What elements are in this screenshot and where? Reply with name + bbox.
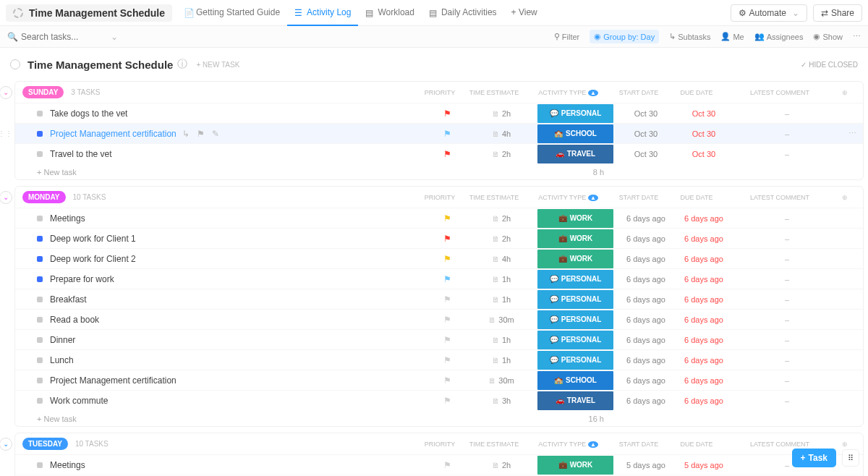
group-by-button[interactable]: ◉ Group by: Day [590,30,659,43]
priority-cell[interactable]: ⚑ [425,109,469,119]
status-square[interactable] [37,256,43,262]
collapse-toggle[interactable]: ⌄ [0,86,12,99]
time-estimate-cell[interactable]: 🗎1h [469,356,534,365]
col-activity-type[interactable]: ACTIVITY TYPE ▲ [527,441,610,448]
latest-comment-cell[interactable]: – [733,234,841,243]
time-estimate-cell[interactable]: 🗎2h [469,461,534,469]
table-row[interactable]: ⋮⋮ Project Management certification ↳⚑✎ … [15,123,863,143]
latest-comment-cell[interactable]: – [733,295,841,304]
priority-cell[interactable]: ⚑ [425,234,469,244]
tab-activity-log[interactable]: ☰Activity Log [287,0,358,26]
task-name[interactable]: Deep work for Client 1 [50,234,425,244]
status-square[interactable] [37,462,43,468]
time-estimate-cell[interactable]: 🗎1h [469,336,534,344]
due-date-cell[interactable]: 6 days ago [675,214,733,223]
start-date-cell[interactable]: 6 days ago [617,295,675,304]
col-due-date[interactable]: DUE DATE [668,194,726,201]
status-square[interactable] [37,317,43,323]
activity-type-cell[interactable]: 💼WORK [534,250,617,268]
col-priority[interactable]: PRIORITY [418,89,461,96]
latest-comment-cell[interactable]: – [733,376,841,385]
task-name[interactable]: Meetings [50,213,425,224]
me-button[interactable]: 👤 Me [720,32,744,41]
col-priority[interactable]: PRIORITY [418,194,461,201]
due-date-cell[interactable]: 6 days ago [675,376,733,385]
activity-type-cell[interactable]: 💬PERSONAL [534,310,617,329]
activity-type-cell[interactable]: 🚗TRAVEL [534,391,617,410]
priority-cell[interactable]: ⚑ [425,335,469,345]
table-row[interactable]: Project Management certification ⚑ 🗎30m … [15,370,863,390]
col-latest-comment[interactable]: LATEST COMMENT [726,89,834,96]
time-estimate-cell[interactable]: 🗎2h [469,109,534,118]
edit-icon[interactable]: ✎ [212,129,219,139]
search-input[interactable] [21,32,108,42]
table-row[interactable]: Lunch ⚑ 🗎1h 💬PERSONAL 6 days ago 6 days … [15,349,863,370]
table-row[interactable]: Travel to the vet ⚑ 🗎2h 🚗TRAVEL Oct 30 O… [15,143,863,163]
task-name[interactable]: Work commute [50,396,425,406]
table-row[interactable]: Work commute ⚑ 🗎3h 🚗TRAVEL 6 days ago 6 … [15,390,863,410]
row-more-button[interactable]: ⋯ [841,129,863,138]
subtask-icon[interactable]: ↳ [182,129,190,139]
start-date-cell[interactable]: 6 days ago [617,255,675,263]
due-date-cell[interactable]: 6 days ago [675,255,733,263]
start-date-cell[interactable]: 6 days ago [617,396,675,405]
time-estimate-cell[interactable]: 🗎2h [469,234,534,243]
col-start-date[interactable]: START DATE [610,89,668,96]
task-name[interactable]: Travel to the vet [50,149,425,159]
start-date-cell[interactable]: 6 days ago [617,275,675,284]
table-row[interactable]: Meetings ⚑ 🗎2h 💼WORK 5 days ago 5 days a… [15,454,863,475]
drag-handle-icon[interactable]: ⋮⋮ [0,129,12,137]
due-date-cell[interactable]: 6 days ago [675,336,733,344]
status-square[interactable] [37,276,43,282]
table-row[interactable]: Take dogs to the vet ⚑ 🗎2h 💬PERSONAL Oct… [15,103,863,123]
new-task-header-button[interactable]: + NEW TASK [196,61,239,69]
due-date-cell[interactable]: 6 days ago [675,356,733,365]
table-row[interactable]: Dinner ⚑ 🗎1h 💬PERSONAL 6 days ago 6 days… [15,329,863,349]
start-date-cell[interactable]: 6 days ago [617,214,675,223]
time-estimate-cell[interactable]: 🗎1h [469,275,534,284]
latest-comment-cell[interactable]: – [733,356,841,365]
start-date-cell[interactable]: 6 days ago [617,376,675,385]
due-date-cell[interactable]: 6 days ago [675,275,733,284]
status-square[interactable] [37,111,43,116]
col-priority[interactable]: PRIORITY [418,441,461,448]
latest-comment-cell[interactable]: – [733,109,841,118]
due-date-cell[interactable]: 6 days ago [675,234,733,243]
priority-cell[interactable]: ⚑ [425,375,469,386]
due-date-cell[interactable]: 5 days ago [675,461,733,469]
col-start-date[interactable]: START DATE [610,441,668,448]
activity-type-cell[interactable]: 🏫SCHOOL [534,371,617,390]
due-date-cell[interactable]: 6 days ago [675,396,733,405]
time-estimate-cell[interactable]: 🗎30m [469,376,534,385]
start-date-cell[interactable]: 5 days ago [617,461,675,469]
table-row[interactable]: Breakfast ⚑ 🗎1h 💬PERSONAL 6 days ago 6 d… [15,289,863,309]
status-square[interactable] [37,131,43,137]
status-square[interactable] [37,216,43,221]
automate-button[interactable]: ⚙ Automate ⌄ [731,4,807,22]
priority-cell[interactable]: ⚑ [425,294,469,305]
priority-cell[interactable]: ⚑ [425,355,469,365]
latest-comment-cell[interactable]: – [733,275,841,284]
time-estimate-cell[interactable]: 🗎1h [469,295,534,304]
time-estimate-cell[interactable]: 🗎4h [469,255,534,263]
priority-cell[interactable]: ⚑ [425,460,469,470]
list-title-box[interactable]: Time Management Schedule [6,4,172,22]
col-time-estimate[interactable]: TIME ESTIMATE [461,89,527,96]
collapse-toggle[interactable]: ⌄ [0,191,12,204]
activity-type-cell[interactable]: 💬PERSONAL [534,351,617,370]
status-square[interactable] [37,378,43,383]
table-row[interactable]: Read a book ⚑ 🗎30m 💬PERSONAL 6 days ago … [15,309,863,329]
latest-comment-cell[interactable]: – [733,150,841,158]
tab-daily-activities[interactable]: ▤Daily Activities [422,0,504,26]
due-date-cell[interactable]: Oct 30 [675,150,733,158]
tab-getting-started[interactable]: 📄Getting Started Guide [176,0,287,26]
priority-cell[interactable]: ⚑ [425,274,469,284]
time-estimate-cell[interactable]: 🗎2h [469,150,534,158]
add-column-button[interactable]: ⊕ [834,194,856,201]
task-name[interactable]: Read a book [50,315,425,325]
status-square[interactable] [37,236,43,242]
task-name[interactable]: Deep work for Client 2 [50,254,425,264]
due-date-cell[interactable]: Oct 30 [675,109,733,118]
tag-icon[interactable]: ⚑ [197,129,205,139]
list-info-icon[interactable]: ⓘ [177,58,187,71]
